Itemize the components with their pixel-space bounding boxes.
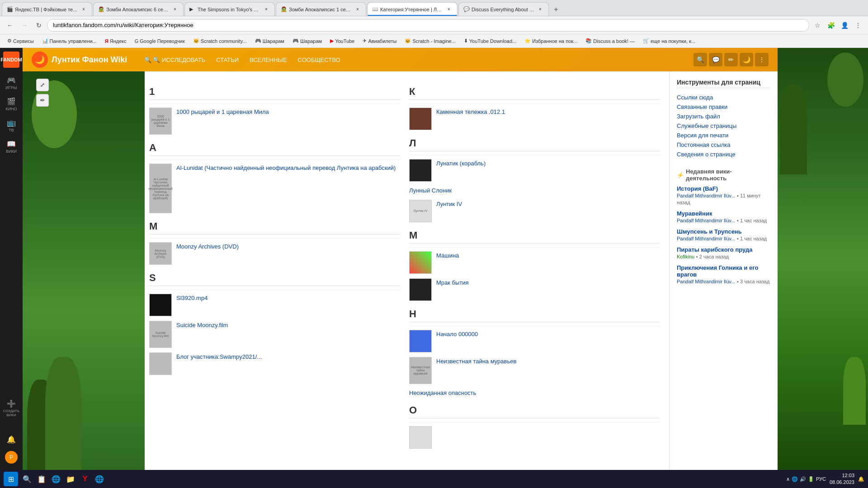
bookmark-button[interactable]: ☆ [811,19,824,32]
fandom-logo[interactable]: FANDOM [3,52,19,68]
link-neizvestnaya[interactable]: Неизвестная тайна муравьев [436,357,516,366]
bookmark-discuss[interactable]: 📚 Discuss a book! — [582,37,638,45]
link-kamennaya[interactable]: Каменная тележка .012.1 [436,108,505,117]
link-neozhidannaya[interactable]: Неожиданная опасность [409,389,476,398]
tools-link-versiya[interactable]: Версия для печати [677,131,770,140]
activity-link-1[interactable]: История (BaF) [677,185,718,192]
activity-link-2[interactable]: Муравейник [677,210,712,217]
fandom-nav-tv-label: ТВ [9,128,14,132]
profile-button[interactable]: 👤 [838,19,851,32]
bookmark-youtube[interactable]: ▶ YouTube [326,37,358,45]
tab-5-title: Категория:Утерянное | Лунтик ... [380,7,443,12]
activity-item-4: Пираты карибского пруда Kofikinu • 2 час… [677,246,770,260]
bookmark-more[interactable]: 🛒 еще на покупки, к... [639,37,699,45]
bookmark-more-icon: 🛒 [643,38,649,44]
wiki-nav-community[interactable]: СООБЩЕСТВО [293,55,345,65]
link-luntik-iv[interactable]: Лунтик IV [436,200,462,209]
bookmark-scratch-imagine[interactable]: 🐱 Scratch - Imagine... [401,37,459,45]
tab-4[interactable]: 🧟 Зомби Апокалипсис 1 сезон 7... × [276,2,366,16]
tools-link-postoyan[interactable]: Постоянная ссылка [677,140,770,150]
link-mashina[interactable]: Машина [436,251,459,260]
bookmark-sharam2[interactable]: 🎮 Шарарам [289,37,326,45]
list-item: Лунатик (корабль) [409,159,660,182]
tab-6[interactable]: 💬 Discuss Everything About Лунти... × [458,2,549,16]
fandom-nav-notifications[interactable]: 🔔 [1,432,21,446]
wiki-header-right: 🔍 💬 ✏ 🌙 ⋮ [693,53,769,66]
activity-time-3: • [737,236,740,241]
activity-user-3: Pandalf Mithrandimir Ilúv... [677,236,735,241]
tab-2-close[interactable]: × [171,6,179,13]
extensions-button[interactable]: 🧩 [825,19,837,32]
fandom-nav-movies[interactable]: 🎬 КИНО [1,94,21,114]
fandom-nav-avatar[interactable]: P [1,448,21,466]
link-al-lunidat[interactable]: Al-Lunidat (Частично найденный неофициал… [176,164,396,173]
bookmark-yandex[interactable]: Я Яндекс [101,38,130,45]
fandom-nav-create[interactable]: ➕ СОЗДАТЬ ВИКИ [1,397,21,420]
link-lunny-slonik[interactable]: Лунный Слоник [409,186,452,195]
tab-1-close[interactable]: × [80,6,87,13]
fandom-nav-wiki[interactable]: 📖 ВИКИ [1,137,21,156]
link-moonzy-archives[interactable]: Moonzy Archives (DVD) [176,242,239,251]
bookmark-avia[interactable]: ✈ Авиабилеты [359,37,400,45]
link-sl3920[interactable]: Sl3920.mp4 [176,294,208,303]
menu-button[interactable]: ⋮ [852,19,864,32]
tools-link-zagruzit[interactable]: Загрузить файл [677,112,770,121]
wiki-theme-button[interactable]: 🌙 [740,53,753,66]
tools-link-svedeniya[interactable]: Сведения о странице [677,150,770,159]
list-item: Al-Lunidat Частично найденный неофициаль… [149,164,400,213]
link-1000[interactable]: 1000 рыцарей и 1 царевная Мила [176,108,269,117]
tab-3[interactable]: ▶ The Simpsons in Tokyo's Americ... × [184,2,275,16]
wiki-nav-universes[interactable]: ВСЕЛЕННЫЕ [245,55,291,65]
wiki-nav-articles[interactable]: СТАТЬИ [212,55,243,65]
bookmark-fav[interactable]: ⭐ Избранное на пок... [521,37,581,45]
tools-link-ssylki[interactable]: Ссылки сюда [677,93,770,102]
bookmark-panel[interactable]: 📊 Панель управлени... [38,37,100,45]
expand-button[interactable]: ⤢ [36,79,49,91]
category-items-1: 1000 рыцарей и 1 царевная Мила 1000 рыца… [149,108,400,135]
wiki-edit-button[interactable]: ✏ [724,53,738,66]
wiki-nav-explore[interactable]: 🔍 🔍 ИССЛЕДОВАТЬ [140,55,210,65]
category-items-n: Начало 000000 Неизвестная тайна муравьев… [409,330,660,398]
activity-item-3: Шмупсень и Трупсень Pandalf Mithrandimir… [677,228,770,242]
link-nachalo[interactable]: Начало 000000 [436,330,478,339]
fandom-nav-tv[interactable]: 📺 ТВ [1,116,21,135]
list-item: Каменная тележка .012.1 [409,108,660,130]
bookmark-yt-download[interactable]: ⬇ YouTube Download... [460,37,520,45]
wiki-search-button[interactable]: 🔍 [693,53,707,66]
link-lunatik[interactable]: Лунатик (корабль) [436,159,486,168]
wiki-body: ⤢ ✏ 1 100 [23,71,778,470]
edit-button[interactable]: ✏ [36,94,49,107]
activity-link-5[interactable]: Приключения Голника и его врагов [677,264,758,278]
activity-link-4[interactable]: Пираты карибского пруда [677,246,752,253]
wiki-discuss-button[interactable]: 💬 [709,53,722,66]
address-bar[interactable] [47,19,809,32]
tools-link-pravki[interactable]: Связанные правки [677,102,770,112]
back-button[interactable]: ← [4,19,16,32]
tab-6-close[interactable]: × [537,6,544,13]
activity-link-3[interactable]: Шмупсень и Трупсень [677,228,742,235]
link-swampy[interactable]: Блог участника:Swampy2021/... [176,352,262,361]
list-item: Лунный Слоник [409,186,660,195]
tab-5[interactable]: 📖 Категория:Утерянное | Лунтик ... × [367,2,458,16]
tools-link-sluzhebnye[interactable]: Служебные страницы [677,121,770,131]
tab-2-title: Зомби Апокалипсис 6 серия 1... [106,7,170,12]
link-suicide-moonzy[interactable]: Suicide Moonzy.film [176,321,228,330]
bookmark-translate[interactable]: G Google Переводчик [131,38,189,45]
tab-2[interactable]: 🧟 Зомби Апокалипсис 6 серия 1... × [93,2,184,16]
tab-4-close[interactable]: × [354,6,361,13]
forward-button[interactable]: → [18,19,31,32]
bookmark-more-label: еще на покупки, к... [651,38,695,44]
link-mrak[interactable]: Мрак бытия [436,278,469,287]
reload-button[interactable]: ↻ [33,19,45,32]
tab-1[interactable]: 🎬 Яндекс.ТВ | Фэйковые теле... × [2,2,92,16]
wiki-menu-button[interactable]: ⋮ [755,53,769,66]
tab-5-close[interactable]: × [445,6,453,13]
bookmark-services[interactable]: ⚙ Сервисы [4,37,38,45]
bookmark-sharam1[interactable]: 🎮 Шарарам [251,37,288,45]
list-item: Неизвестная тайна муравьев Неизвестная т… [409,357,660,384]
fandom-nav-games[interactable]: 🎮 ИГРЫ [1,73,21,93]
tab-3-title: The Simpsons in Tokyo's Americ... [198,7,261,12]
bookmark-scratch-community[interactable]: 🐱 Scratch community... [189,37,250,45]
new-tab-button[interactable]: + [550,3,562,16]
tab-3-close[interactable]: × [263,6,270,13]
